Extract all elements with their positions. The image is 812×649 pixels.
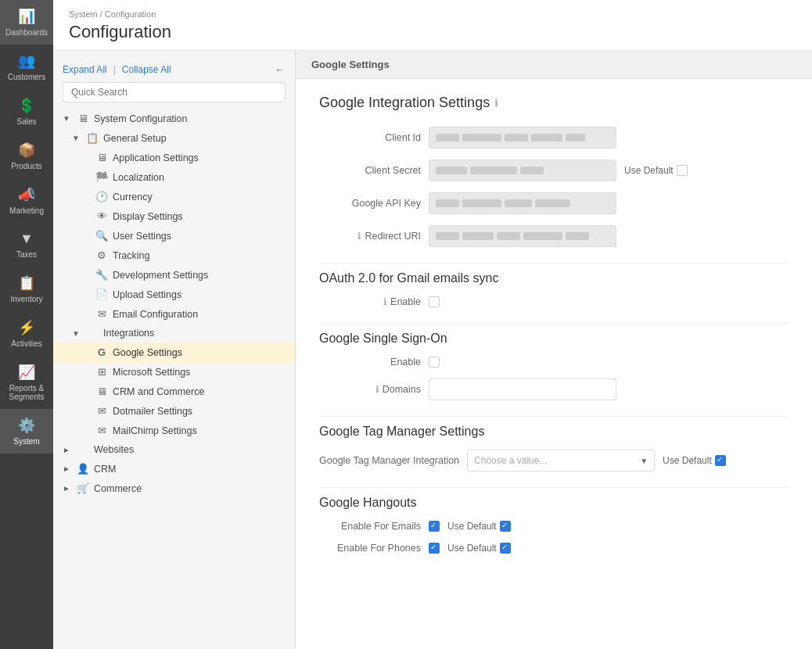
hangouts-emails-use-default: Use Default — [447, 521, 511, 532]
arrow-icon: ▼ — [72, 329, 81, 338]
tree-item-localization[interactable]: 🏁 Localization — [53, 167, 295, 187]
redirect-uri-label: ℹ Redirect URI — [319, 231, 421, 242]
sidebar: Expand All | Collapse All ← ▼ 🖥 System C… — [53, 51, 296, 649]
localization-label: Localization — [113, 172, 286, 183]
tree-item-email-configuration[interactable]: ✉ Email Configuration — [53, 304, 295, 324]
tree-item-integrations[interactable]: ▼ Integrations — [53, 324, 295, 342]
hangouts-phones-label: Enable For Phones — [319, 543, 421, 554]
tree-item-websites[interactable]: ► Websites — [53, 440, 295, 459]
hangouts-phones-checkbox[interactable] — [429, 543, 440, 554]
tree-item-dotmailer[interactable]: ✉ Dotmailer Settings — [53, 401, 295, 421]
tree-item-user-settings[interactable]: 🔍 User Settings — [53, 226, 295, 246]
general-setup-icon: 📋 — [86, 132, 99, 144]
tree-item-general-setup[interactable]: ▼ 📋 General Setup — [53, 128, 295, 148]
google-api-key-input[interactable] — [429, 192, 616, 214]
display-settings-icon: 👁 — [95, 210, 108, 222]
nav-item-products[interactable]: 📦 Products — [0, 134, 53, 178]
client-id-row: Client Id — [319, 127, 789, 149]
tree-item-display-settings[interactable]: 👁 Display Settings — [53, 206, 295, 226]
tree-item-system-configuration[interactable]: ▼ 🖥 System Configuration — [53, 109, 295, 128]
tree-item-mailchimp[interactable]: ✉ MailChimp Settings — [53, 421, 295, 440]
search-input[interactable] — [63, 82, 286, 102]
tree-item-development-settings[interactable]: 🔧 Development Settings — [53, 265, 295, 285]
tree-item-application-settings[interactable]: 🖥 Application Settings — [53, 148, 295, 167]
display-settings-label: Display Settings — [113, 211, 286, 222]
sales-icon: 💲 — [18, 97, 35, 114]
tag-manager-use-default-checkbox[interactable] — [715, 455, 726, 466]
tree-item-google-settings[interactable]: G Google Settings — [53, 342, 295, 362]
redirect-uri-row: ℹ Redirect URI — [319, 225, 789, 247]
client-id-label: Client Id — [319, 132, 421, 143]
app-settings-label: Application Settings — [113, 152, 286, 163]
development-settings-label: Development Settings — [113, 270, 286, 281]
arrow-icon: ► — [63, 464, 72, 473]
expand-all-link[interactable]: Expand All — [63, 64, 107, 75]
development-settings-icon: 🔧 — [95, 269, 108, 281]
collapse-all-link[interactable]: Collapse All — [122, 64, 171, 75]
nav-item-sales[interactable]: 💲 Sales — [0, 89, 53, 134]
section-content: Google Integration Settings ℹ Client Id … — [296, 79, 812, 580]
currency-label: Currency — [113, 192, 286, 203]
hangouts-emails-use-default-checkbox[interactable] — [500, 521, 511, 532]
tag-manager-select[interactable]: Choose a value... ▼ — [467, 450, 655, 472]
crm-icon: 👤 — [77, 463, 89, 475]
top-header: System / Configuration Configuration — [53, 0, 812, 51]
products-icon: 📦 — [18, 142, 35, 159]
user-settings-icon: 🔍 — [95, 230, 108, 242]
oauth-enable-checkbox[interactable] — [429, 296, 440, 307]
blurred-bar — [436, 134, 459, 142]
integrations-label: Integrations — [103, 328, 286, 339]
blurred-bar — [470, 167, 517, 174]
sso-enable-checkbox[interactable] — [429, 357, 440, 368]
client-id-input[interactable] — [429, 127, 616, 149]
redirect-uri-input[interactable] — [429, 225, 616, 247]
nav-item-system[interactable]: ⚙️ System — [0, 409, 53, 454]
client-secret-use-default-checkbox[interactable] — [677, 165, 688, 176]
blurred-bar — [566, 134, 585, 142]
sso-enable-label: Enable — [319, 357, 421, 368]
sso-domains-input[interactable] — [429, 378, 616, 400]
nav-label-activities: Activities — [11, 339, 41, 348]
inventory-icon: 📋 — [18, 274, 35, 292]
search-box — [63, 82, 286, 102]
tree-item-crm-commerce[interactable]: 🖥 CRM and Commerce — [53, 382, 295, 401]
upload-settings-icon: 📄 — [95, 289, 108, 300]
select-arrow-icon: ▼ — [640, 457, 648, 465]
system-config-icon: 🖥 — [77, 113, 89, 124]
hangouts-phones-use-default-checkbox[interactable] — [500, 543, 511, 554]
blurred-bar — [462, 232, 494, 240]
hangouts-emails-checkbox[interactable] — [429, 521, 440, 532]
tracking-icon: ⚙ — [95, 249, 108, 261]
tree-item-crm[interactable]: ► 👤 CRM — [53, 459, 295, 479]
nav-item-inventory[interactable]: 📋 Inventory — [0, 267, 53, 311]
nav-item-customers[interactable]: 👥 Customers — [0, 45, 53, 89]
crm-label: CRM — [94, 464, 286, 475]
sso-domains-label: ℹ Domains — [319, 384, 421, 395]
nav-label-taxes: Taxes — [16, 250, 37, 259]
sidebar-links: Expand All | Collapse All — [63, 64, 171, 75]
domains-info-icon: ℹ — [375, 384, 379, 395]
crm-commerce-icon: 🖥 — [95, 385, 108, 397]
nav-item-dashboards[interactable]: 📊 Dashboards — [0, 0, 53, 45]
breadcrumb: System / Configuration — [69, 9, 796, 19]
tree-item-tracking[interactable]: ⚙ Tracking — [53, 246, 295, 265]
nav-item-reports[interactable]: 📈 Reports & Segments — [0, 356, 53, 409]
dashboards-icon: 📊 — [18, 8, 35, 25]
tag-manager-use-default: Use Default — [663, 455, 726, 466]
taxes-icon: ▼ — [20, 231, 34, 247]
blurred-bar — [436, 199, 459, 207]
client-secret-input[interactable] — [429, 160, 616, 181]
nav-item-activities[interactable]: ⚡ Activities — [0, 311, 53, 356]
arrow-icon: ► — [63, 446, 72, 454]
tree-item-currency[interactable]: 🕐 Currency — [53, 187, 295, 206]
tree-item-upload-settings[interactable]: 📄 Upload Settings — [53, 285, 295, 304]
mailchimp-icon: ✉ — [95, 425, 108, 436]
nav-label-inventory: Inventory — [10, 295, 42, 303]
commerce-icon: 🛒 — [77, 482, 89, 494]
nav-item-taxes[interactable]: ▼ Taxes — [0, 223, 53, 267]
back-arrow-icon[interactable]: ← — [275, 63, 286, 76]
general-setup-label: General Setup — [103, 133, 286, 144]
tree-item-microsoft-settings[interactable]: ⊞ Microsoft Settings — [53, 362, 295, 382]
nav-item-marketing[interactable]: 📣 Marketing — [0, 178, 53, 223]
tree-item-commerce[interactable]: ► 🛒 Commerce — [53, 479, 295, 498]
